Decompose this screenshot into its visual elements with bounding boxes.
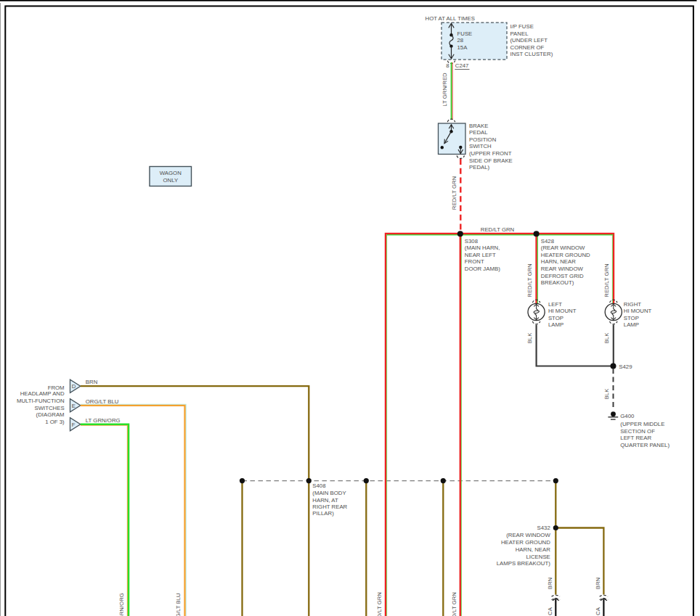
svg-text:HI MOUNT: HI MOUNT bbox=[624, 308, 652, 314]
svg-text:HARN, AT: HARN, AT bbox=[312, 497, 338, 504]
svg-text:LAMP: LAMP bbox=[548, 321, 563, 328]
svg-text:HEADLAMP AND: HEADLAMP AND bbox=[20, 390, 65, 397]
svg-text:S432: S432 bbox=[537, 525, 550, 531]
svg-text:RED/LT GRN: RED/LT GRN bbox=[376, 592, 383, 616]
svg-text:PILLAR): PILLAR) bbox=[312, 510, 334, 517]
svg-text:(UPPER FRONT: (UPPER FRONT bbox=[469, 150, 512, 157]
svg-text:S428: S428 bbox=[541, 238, 554, 245]
svg-text:I/P FUSE: I/P FUSE bbox=[510, 23, 534, 30]
svg-text:FRONT: FRONT bbox=[465, 258, 484, 265]
svg-text:CA: CA bbox=[595, 607, 601, 615]
svg-text:NEAR LEFT: NEAR LEFT bbox=[465, 252, 496, 258]
svg-text:HI MOUNT: HI MOUNT bbox=[548, 308, 577, 314]
svg-text:ORG/LT BLU: ORG/LT BLU bbox=[86, 398, 119, 405]
svg-text:DOOR JAMB): DOOR JAMB) bbox=[465, 266, 500, 272]
svg-text:LEFT: LEFT bbox=[548, 301, 562, 308]
svg-text:(MAIN HARN,: (MAIN HARN, bbox=[465, 245, 500, 251]
svg-text:LAMPS BREAKOUT): LAMPS BREAKOUT) bbox=[497, 560, 550, 567]
svg-text:HARN, NEAR: HARN, NEAR bbox=[541, 258, 576, 265]
svg-text:C247: C247 bbox=[455, 62, 469, 69]
svg-text:STOP: STOP bbox=[548, 315, 563, 321]
svg-text:ORG/LT BLU: ORG/LT BLU bbox=[175, 593, 182, 616]
svg-text:1 OF 3): 1 OF 3) bbox=[45, 419, 65, 425]
svg-text:PEDAL: PEDAL bbox=[469, 129, 488, 136]
svg-text:E: E bbox=[72, 403, 76, 409]
svg-text:RED/LT GRN: RED/LT GRN bbox=[481, 226, 515, 233]
svg-text:QUARTER PANEL): QUARTER PANEL) bbox=[620, 442, 670, 448]
svg-text:LT GRN/RED: LT GRN/RED bbox=[441, 73, 448, 107]
svg-text:RED/LT GRN: RED/LT GRN bbox=[603, 263, 610, 297]
svg-text:STOP: STOP bbox=[624, 315, 639, 321]
svg-text:FUSE: FUSE bbox=[457, 30, 473, 37]
svg-text:POSITION: POSITION bbox=[469, 136, 496, 143]
svg-text:(UPPER MIDDLE: (UPPER MIDDLE bbox=[620, 421, 664, 427]
svg-text:PEDAL): PEDAL) bbox=[469, 164, 490, 171]
svg-text:RED/LT GRN: RED/LT GRN bbox=[451, 592, 457, 616]
svg-text:SIDE OF BRAKE: SIDE OF BRAKE bbox=[469, 157, 513, 164]
svg-text:HEATER GROUND: HEATER GROUND bbox=[501, 539, 550, 546]
svg-text:(UNDER LEFT: (UNDER LEFT bbox=[510, 37, 548, 44]
svg-text:LAMP: LAMP bbox=[624, 321, 639, 328]
svg-text:SWITCH: SWITCH bbox=[469, 143, 492, 149]
svg-text:SECTION OF: SECTION OF bbox=[620, 428, 655, 435]
svg-text:LT GRN/ORG: LT GRN/ORG bbox=[86, 417, 121, 424]
svg-text:INST CLUSTER): INST CLUSTER) bbox=[510, 51, 553, 57]
svg-text:DEFROST GRID: DEFROST GRID bbox=[541, 273, 584, 279]
svg-text:LICENSE: LICENSE bbox=[526, 554, 550, 560]
svg-text:RIGHT: RIGHT bbox=[624, 301, 641, 308]
svg-text:SWITCHES: SWITCHES bbox=[34, 405, 64, 411]
svg-text:PANEL: PANEL bbox=[510, 30, 529, 37]
svg-text:BRAKE: BRAKE bbox=[469, 123, 488, 129]
svg-text:LT GRN/ORG: LT GRN/ORG bbox=[118, 593, 125, 616]
svg-text:REAR WINDOW: REAR WINDOW bbox=[541, 266, 584, 272]
svg-text:D: D bbox=[72, 383, 76, 390]
svg-text:MULTI-FUNCTION: MULTI-FUNCTION bbox=[17, 398, 65, 404]
svg-text:BRN: BRN bbox=[547, 578, 553, 589]
svg-text:CORNER OF: CORNER OF bbox=[510, 44, 545, 51]
svg-text:G400: G400 bbox=[620, 413, 635, 419]
svg-text:BLK: BLK bbox=[526, 332, 533, 344]
svg-text:BRN: BRN bbox=[86, 379, 97, 385]
svg-text:S308: S308 bbox=[465, 238, 478, 245]
svg-text:BREAKOUT): BREAKOUT) bbox=[541, 279, 574, 286]
svg-text:S408: S408 bbox=[312, 482, 325, 489]
svg-text:CA: CA bbox=[547, 607, 553, 615]
svg-text:S429: S429 bbox=[619, 364, 632, 370]
svg-text:HOT AT ALL TIMES: HOT AT ALL TIMES bbox=[426, 15, 475, 22]
svg-text:RED/LT GRN: RED/LT GRN bbox=[526, 263, 533, 297]
svg-text:LEFT REAR: LEFT REAR bbox=[620, 435, 651, 441]
svg-text:(REAR WINDOW: (REAR WINDOW bbox=[541, 245, 585, 251]
svg-text:HARN, NEAR: HARN, NEAR bbox=[516, 546, 550, 553]
svg-text:HEATER GROUND: HEATER GROUND bbox=[541, 252, 590, 258]
svg-text:15A: 15A bbox=[457, 44, 468, 51]
svg-text:28: 28 bbox=[457, 37, 464, 44]
svg-text:BLK: BLK bbox=[603, 332, 610, 344]
svg-text:(REAR WINDOW: (REAR WINDOW bbox=[506, 532, 550, 538]
svg-text:8: 8 bbox=[446, 62, 449, 69]
svg-text:BRN: BRN bbox=[595, 578, 601, 589]
svg-text:RED/LT GRN: RED/LT GRN bbox=[451, 176, 457, 210]
svg-text:ONLY: ONLY bbox=[163, 177, 178, 184]
svg-text:BLK: BLK bbox=[603, 388, 610, 400]
svg-text:F: F bbox=[72, 422, 76, 428]
svg-text:(DIAGRAM: (DIAGRAM bbox=[36, 411, 65, 418]
svg-text:WAGON: WAGON bbox=[160, 170, 182, 176]
svg-text:RIGHT REAR: RIGHT REAR bbox=[312, 504, 347, 510]
svg-text:(MAIN BODY: (MAIN BODY bbox=[312, 490, 346, 496]
